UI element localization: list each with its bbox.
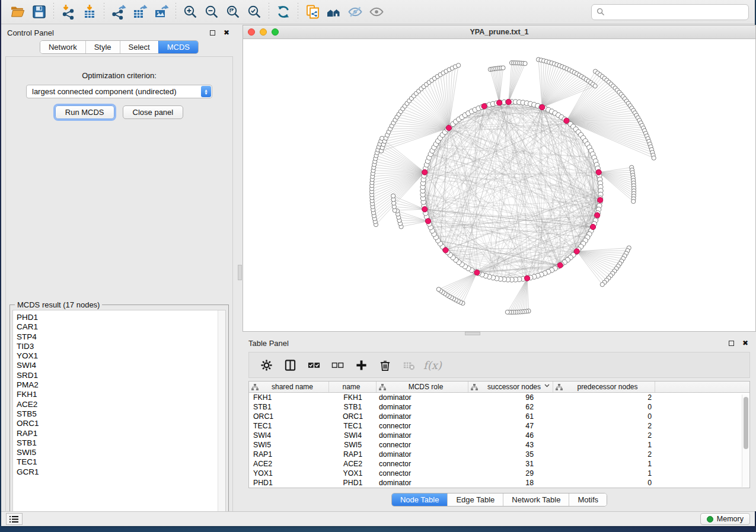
vertical-splitter[interactable] [237, 25, 243, 511]
table-settings-button[interactable] [257, 355, 275, 374]
mcds-hub-node[interactable] [422, 207, 428, 212]
mcds-hub-node[interactable] [497, 100, 502, 105]
tab-node-table[interactable]: Node Table [392, 493, 448, 506]
node-table[interactable]: shared namenameMCDS rolesuccessor nodesp… [248, 381, 750, 488]
result-list-scrollbar[interactable] [218, 310, 225, 519]
network-node[interactable] [436, 287, 441, 291]
delete-column-button[interactable] [376, 355, 394, 374]
splitter-grip[interactable] [238, 265, 242, 280]
result-node-item[interactable]: STB1 [17, 438, 225, 448]
result-node-item[interactable]: FKH1 [17, 390, 225, 399]
table-row[interactable]: PHD1PHD1dominator180 [249, 478, 749, 488]
network-node[interactable] [457, 63, 461, 68]
mcds-hub-node[interactable] [446, 125, 451, 130]
first-neighbors-button[interactable] [323, 2, 344, 22]
zoom-selected-button[interactable] [244, 2, 265, 22]
float-panel-icon[interactable] [208, 28, 217, 37]
close-panel-icon[interactable]: ✖ [222, 28, 231, 37]
table-row[interactable]: STB1STB1dominator620 [249, 402, 749, 412]
network-canvas[interactable] [243, 39, 755, 331]
tab-edge-table[interactable]: Edge Table [447, 493, 503, 506]
result-node-item[interactable]: SWI5 [17, 448, 225, 457]
open-session-button[interactable] [7, 2, 28, 22]
memory-button[interactable]: Memory [700, 513, 750, 525]
export-image-button[interactable] [151, 2, 172, 22]
minimize-window-icon[interactable] [260, 28, 267, 36]
result-node-item[interactable]: TEC1 [17, 457, 225, 467]
column-header-shared-name[interactable]: shared name [249, 382, 329, 392]
mcds-hub-node[interactable] [443, 248, 448, 253]
network-node[interactable] [652, 156, 656, 160]
select-all-checks-button[interactable] [305, 355, 323, 374]
import-table-button[interactable] [79, 2, 100, 22]
network-node[interactable] [593, 84, 597, 88]
table-row[interactable]: SWI4SWI4dominator462 [249, 431, 749, 440]
deselect-all-checks-button[interactable] [328, 355, 346, 374]
mcds-hub-node[interactable] [524, 275, 529, 281]
mcds-hub-node[interactable] [422, 169, 428, 175]
tab-network[interactable]: Network [40, 41, 85, 53]
save-session-button[interactable] [28, 2, 50, 22]
clone-network-button[interactable] [302, 2, 323, 22]
network-graph[interactable] [243, 39, 755, 331]
result-node-item[interactable]: RAP1 [17, 429, 225, 438]
mcds-hub-node[interactable] [598, 197, 603, 203]
run-mcds-button[interactable]: Run MCDS [55, 105, 114, 119]
result-node-item[interactable]: ACE2 [17, 400, 225, 409]
hide-selected-button[interactable] [344, 2, 366, 22]
table-scrollbar[interactable] [742, 395, 749, 487]
float-panel-icon[interactable] [726, 338, 736, 348]
table-row[interactable]: SWI5SWI5connector431 [249, 440, 749, 450]
result-node-item[interactable]: STB5 [17, 409, 225, 419]
result-node-item[interactable]: YOX1 [17, 351, 225, 361]
tab-select[interactable]: Select [120, 41, 158, 53]
table-row[interactable]: RAP1RAP1dominator352 [249, 450, 749, 459]
mcds-hub-node[interactable] [425, 219, 430, 224]
search-field[interactable] [591, 4, 749, 20]
network-node[interactable] [505, 310, 509, 314]
close-panel-button[interactable]: Close panel [123, 105, 184, 119]
mcds-hub-node[interactable] [481, 104, 487, 109]
optimization-criterion-select[interactable]: largest connected component (undirected)… [26, 85, 212, 98]
tab-mcds[interactable]: MCDS [158, 41, 198, 53]
import-network-button[interactable] [58, 2, 79, 22]
mcds-hub-node[interactable] [557, 262, 563, 268]
refresh-button[interactable] [273, 2, 294, 22]
column-header-predecessor-nodes[interactable]: predecessor nodes [553, 382, 655, 392]
mcds-hub-node[interactable] [595, 213, 600, 218]
column-header-MCDS-role[interactable]: MCDS role [377, 382, 468, 392]
mcds-hub-node[interactable] [564, 118, 569, 123]
maximize-window-icon[interactable] [272, 28, 279, 36]
zoom-fit-button[interactable] [222, 2, 244, 22]
result-node-item[interactable]: GCR1 [17, 467, 225, 477]
result-node-item[interactable]: CAR1 [17, 322, 225, 332]
zoom-in-button[interactable] [180, 2, 201, 22]
tab-motifs[interactable]: Motifs [569, 493, 607, 506]
network-node[interactable] [631, 199, 636, 203]
table-row[interactable]: YOX1YOX1connector291 [249, 469, 749, 478]
task-history-button[interactable] [6, 513, 23, 525]
result-node-item[interactable]: PMA2 [17, 380, 225, 390]
result-node-item[interactable]: TID3 [17, 342, 225, 351]
mcds-hub-node[interactable] [506, 99, 511, 104]
network-node[interactable] [501, 66, 505, 70]
delete-table-button[interactable] [400, 355, 417, 374]
search-input[interactable] [608, 6, 744, 18]
table-row[interactable]: ORC1ORC1dominator610 [249, 412, 749, 421]
result-node-item[interactable]: ORC1 [17, 419, 225, 428]
network-node[interactable] [600, 283, 604, 287]
sort-chevron-icon[interactable] [544, 384, 550, 387]
column-header-name[interactable]: name [329, 382, 377, 392]
close-window-icon[interactable] [248, 28, 255, 36]
table-row[interactable]: ACE2ACE2connector311 [249, 459, 749, 469]
export-network-button[interactable] [108, 2, 129, 22]
mcds-hub-node[interactable] [596, 169, 601, 175]
add-column-button[interactable] [352, 355, 370, 374]
tab-style[interactable]: Style [85, 41, 120, 53]
function-builder-button[interactable]: f(x) [423, 359, 442, 371]
result-node-item[interactable]: SWI4 [17, 361, 225, 370]
mcds-hub-node[interactable] [574, 249, 579, 254]
toggle-columns-button[interactable] [281, 355, 299, 374]
column-header-successor-nodes[interactable]: successor nodes [468, 382, 553, 392]
show-all-button[interactable] [366, 2, 387, 22]
